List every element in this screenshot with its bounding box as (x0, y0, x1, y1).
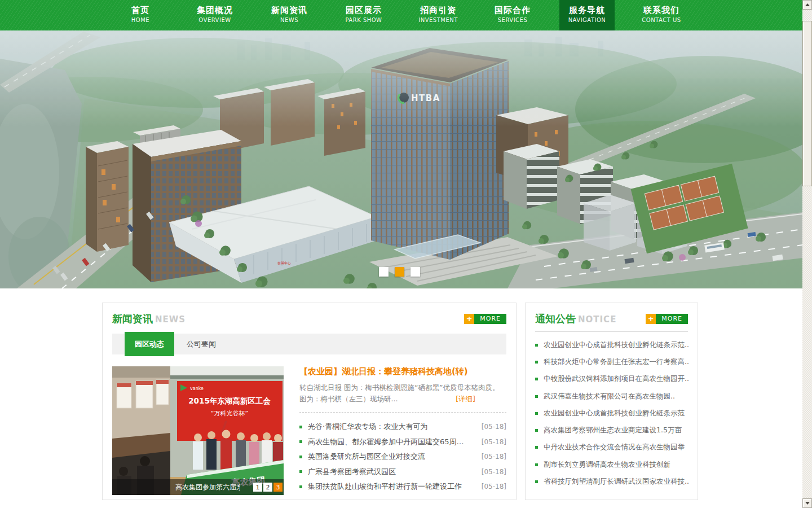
bullet-icon (299, 485, 302, 488)
featured-article-summary: 转自湖北日报 图为：梅书棋检测恩施“硒都黑”优质母本猪肉质。 图为：梅书棋（左三… (299, 382, 506, 413)
bullet-icon (535, 480, 538, 483)
news-right-column: 【农业园】湖北日报：攀登养猪科技高地(转) 转自湖北日报 图为：梅书棋检测恩施“… (299, 366, 506, 495)
notice-link[interactable]: 省科技厅刘望清副厅长调研武汉国家农业科技.. (544, 477, 689, 487)
nav-label-en: NAVIGATION (559, 17, 615, 23)
news-link[interactable]: 英国洛桑研究所与园区企业对接交流 (308, 452, 476, 462)
notice-list-item: 农业园创业中心成首批科技创业孵化链条示范 (535, 405, 689, 422)
notice-list-item: 武汉伟嘉生物技术有限公司在高农生物园.. (535, 388, 689, 405)
nav-item-investment[interactable]: 招商引资 INVESTMENT (411, 0, 466, 30)
notice-list-item: 中丹农业技术合作交流会情况在高农生物园举 (535, 439, 689, 456)
nav-label-zh: 国际合作 (485, 5, 540, 16)
pager-1[interactable]: 1 (253, 483, 262, 492)
nav-label-zh: 服务导航 (559, 5, 615, 16)
plus-icon: + (646, 314, 656, 324)
nav-label-zh: 新闻资讯 (262, 5, 317, 16)
news-list-item: 光谷·青桐汇华农专场：农业大有可为 [05-18] (299, 419, 506, 435)
nav-label-zh: 首页 (113, 5, 168, 16)
nav-label-en: OVERVIEW (187, 17, 242, 23)
nav-item-overview[interactable]: 集团概况 OVERVIEW (187, 0, 242, 30)
news-photo-carousel[interactable]: vanke 2015年东湖高新区工会 “万科光谷杯” (112, 366, 284, 495)
news-link[interactable]: 光谷·青桐汇华农专场：农业大有可为 (308, 422, 476, 432)
news-more-button[interactable]: + MORE (464, 314, 506, 324)
notice-link[interactable]: 高农集团考察鄂州生态农业商定建设1.5万亩 (544, 426, 682, 435)
carousel-dot-3[interactable] (411, 267, 420, 277)
nav-item-services[interactable]: 国际合作 SERVICES (485, 0, 540, 30)
bullet-icon (535, 429, 538, 432)
bullet-icon (535, 412, 538, 415)
nav-label-en: CONTACT US (634, 17, 689, 23)
news-title-zh: 新闻资讯 (112, 312, 153, 326)
notice-list-item: 副市长刘立勇调研高农生物农业科技创新 (535, 456, 689, 473)
bullet-icon (299, 456, 302, 458)
scrollbar-thumb[interactable] (802, 21, 812, 186)
hero-banner: 会展中心 HTBA (0, 30, 802, 288)
pager-3[interactable]: 3 (273, 483, 283, 492)
featured-article-title[interactable]: 【农业园】湖北日报：攀登养猪科技高地(转) (299, 366, 506, 376)
news-date: [05-18] (482, 423, 506, 431)
bullet-icon (535, 395, 538, 398)
notice-link[interactable]: 农业园创业中心成首批科技创业孵化链条示范.. (544, 340, 689, 350)
svg-text:vanke: vanke (190, 386, 204, 391)
nav-label-zh: 招商引资 (411, 5, 466, 16)
photo-caption: 高农集团参加第六届东湖 (175, 483, 240, 492)
detail-link[interactable]: [详细] (456, 393, 475, 405)
more-label: MORE (656, 314, 688, 324)
nav-label-en: INVESTMENT (411, 17, 466, 23)
notice-list-item: 省科技厅刘望清副厅长调研武汉国家农业科技.. (535, 473, 689, 490)
notice-link[interactable]: 副市长刘立勇调研高农生物农业科技创新 (544, 460, 670, 470)
nav-label-zh: 园区展示 (336, 5, 391, 16)
bullet-icon (535, 378, 538, 380)
main-nav: 首页 HOME 集团概况 OVERVIEW 新闻资讯 NEWS 园区展示 PAR… (0, 0, 802, 30)
tab-park-news[interactable]: 园区动态 (125, 332, 174, 356)
news-header: 新闻资讯 NEWS + MORE (103, 308, 516, 330)
notice-link[interactable]: 中丹农业技术合作交流会情况在高农生物园举 (544, 443, 685, 452)
carousel-dot-2[interactable] (395, 267, 404, 277)
news-link[interactable]: 广宗县考察团考察武汉园区 (308, 467, 476, 477)
notice-link[interactable]: 中牧股份武汉饲料添加剂项目在高农生物园开.. … (544, 374, 689, 384)
news-link[interactable]: 高农生物园、都尔霍姆参加中丹两国建交65周… (308, 437, 476, 447)
news-date: [05-18] (482, 483, 506, 491)
bullet-icon (299, 426, 302, 428)
nav-label-en: SERVICES (485, 17, 540, 23)
notice-title: 通知公告 NOTICE (535, 312, 616, 326)
news-tabs: 园区动态 公司要闻 (112, 334, 506, 354)
notice-link[interactable]: 武汉伟嘉生物技术有限公司在高农生物园.. (544, 392, 675, 401)
nav-item-navigation[interactable]: 服务导航 NAVIGATION (559, 0, 615, 30)
bullet-icon (299, 440, 302, 443)
tab-company-news[interactable]: 公司要闻 (187, 334, 216, 354)
news-list-item: 集团扶贫队赴山坡街和平村进行新一轮建设工作 [05-18] (299, 479, 506, 494)
nav-item-news[interactable]: 新闻资讯 NEWS (262, 0, 317, 30)
scroll-up-button[interactable] (802, 0, 812, 10)
notice-more-button[interactable]: + MORE (646, 314, 688, 324)
notice-list-item: 高农集团考察鄂州生态农业商定建设1.5万亩 (535, 422, 689, 439)
notice-link[interactable]: 农业园创业中心成首批科技创业孵化链条示范 (544, 409, 685, 418)
news-photo: vanke 2015年东湖高新区工会 “万科光谷杯” (112, 366, 284, 495)
vertical-scrollbar (802, 0, 812, 508)
nav-label-en: PARK SHOW (336, 17, 391, 23)
up-arrow-icon (805, 3, 810, 6)
content-area: 新闻资讯 NEWS + MORE 园区动态 公司要闻 (102, 303, 698, 500)
webpage: 首页 HOME 集团概况 OVERVIEW 新闻资讯 NEWS 园区展示 PAR… (0, 0, 802, 508)
nav-label-zh: 联系我们 (634, 5, 689, 16)
news-title: 新闻资讯 NEWS (112, 312, 186, 326)
photo-pager: 1 2 3 (252, 483, 283, 492)
bullet-icon (535, 361, 538, 364)
svg-text:2015年东湖高新区工会: 2015年东湖高新区工会 (188, 396, 271, 405)
bullet-icon (535, 463, 538, 466)
nav-item-park-show[interactable]: 园区展示 PARK SHOW (336, 0, 391, 30)
scroll-down-button[interactable] (802, 498, 812, 508)
news-panel: 新闻资讯 NEWS + MORE 园区动态 公司要闻 (102, 303, 517, 500)
news-list-item: 广宗县考察团考察武汉园区 [05-18] (299, 465, 506, 480)
svg-text:“万科光谷杯”: “万科光谷杯” (211, 410, 248, 417)
carousel-dot-1[interactable] (379, 267, 389, 277)
pager-2[interactable]: 2 (263, 483, 272, 492)
news-link[interactable]: 集团扶贫队赴山坡街和平村进行新一轮建设工作 (308, 481, 476, 492)
nav-item-home[interactable]: 首页 HOME (113, 0, 168, 30)
notice-panel: 通知公告 NOTICE + MORE 农业园创业中心成首批科技创业孵化链条示范.… (525, 303, 698, 500)
news-date: [05-18] (482, 468, 506, 476)
notice-link[interactable]: 科技部火炬中心常务副主任张志宏一行考察高.. (544, 357, 689, 367)
notice-title-en: NOTICE (578, 314, 616, 325)
nav-label-zh: 集团概况 (187, 5, 242, 16)
nav-item-contact[interactable]: 联系我们 CONTACT US (634, 0, 689, 30)
notice-header: 通知公告 NOTICE + MORE (526, 308, 698, 330)
